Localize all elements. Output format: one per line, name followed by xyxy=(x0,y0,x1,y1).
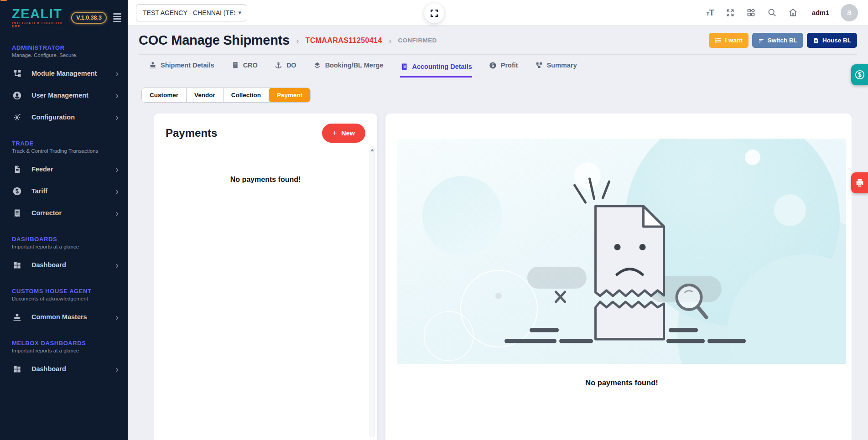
subtab-vendor[interactable]: Vendor xyxy=(187,88,223,102)
ship-icon xyxy=(12,312,22,322)
section-subtitle: Important reports at a glance xyxy=(0,243,128,249)
search-icon[interactable] xyxy=(767,8,777,17)
dashboard-icon xyxy=(12,260,22,270)
layers-icon xyxy=(313,61,322,69)
sidebar-item-dashboard-melbox[interactable]: Dashboard › xyxy=(0,358,128,380)
subtab-collection[interactable]: Collection xyxy=(223,88,269,102)
sidebar-item-feeder[interactable]: Feeder › xyxy=(0,158,128,180)
tab-shipment-details[interactable]: Shipment Details xyxy=(149,61,214,78)
logo-text: ZEALIT xyxy=(12,7,66,21)
scroll-up-icon xyxy=(370,149,374,151)
topbar: TEST AGENCY - CHENNAI (TEST- ... ▾ тT xyxy=(128,0,868,26)
charges-fab[interactable] xyxy=(851,64,868,85)
home-icon[interactable] xyxy=(788,8,798,17)
username: adm1 xyxy=(812,9,829,16)
i-want-button[interactable]: I want xyxy=(709,33,748,48)
agency-select[interactable]: TEST AGENCY - CHENNAI (TEST- ... ▾ xyxy=(136,4,246,21)
tab-booking-bl-merge[interactable]: Booking/BL Merge xyxy=(313,61,384,78)
tab-label: Accounting Details xyxy=(412,63,472,70)
switch-bl-button[interactable]: Switch BL xyxy=(752,33,803,48)
topbar-icons: тT adm1 a xyxy=(706,4,858,21)
dashboard-icon xyxy=(12,364,22,374)
subtab-customer[interactable]: Customer xyxy=(142,88,187,102)
print-fab[interactable] xyxy=(851,172,868,193)
fullscreen-expand-icon[interactable] xyxy=(725,8,735,17)
sidebar-item-tariff[interactable]: Tariff › xyxy=(0,180,128,202)
sidebar-item-label: Tariff xyxy=(31,187,115,195)
sidebar-item-label: Configuration xyxy=(31,114,115,121)
sidebar-item-label: Module Management xyxy=(31,70,115,77)
sidebar-item-common-masters[interactable]: Common Masters › xyxy=(0,306,128,328)
payments-list-panel: Payments + New No payments found! xyxy=(154,114,377,440)
sidebar-item-corrector[interactable]: Corrector › xyxy=(0,202,128,224)
fullscreen-toggle-button[interactable] xyxy=(424,3,444,23)
accounting-subtabs: Customer Vendor Collection Payment xyxy=(141,88,311,103)
app-logo[interactable]: ZEALIT INTEGRATED LOGISTIC ERP xyxy=(12,7,66,28)
house-bl-button[interactable]: House BL xyxy=(807,33,857,48)
payments-scrollbar[interactable] xyxy=(369,146,375,437)
logo-accent xyxy=(0,0,8,1)
avatar[interactable]: a xyxy=(841,4,858,21)
page-content: COC Manage Shipments › TCMAARAS11250414 … xyxy=(128,26,868,440)
gear-icon xyxy=(12,113,22,122)
menu-toggle-icon[interactable] xyxy=(113,13,121,22)
sad-document-icon xyxy=(475,160,758,352)
sidebar-item-user-management[interactable]: User Management › xyxy=(0,84,128,106)
section-title: MELBOX DASHBOARDS xyxy=(0,340,128,347)
bubble xyxy=(774,194,806,226)
shipment-code-link[interactable]: TCMAARAS11250414 xyxy=(305,36,382,45)
tab-summary[interactable]: Summary xyxy=(535,61,577,78)
lines-icon xyxy=(758,37,764,44)
tab-cro[interactable]: CRO xyxy=(231,61,258,78)
sidebar-item-dashboard[interactable]: Dashboard › xyxy=(0,254,128,276)
payment-detail-panel: No payments found! xyxy=(385,114,852,440)
sidebar-item-module-management[interactable]: Module Management › xyxy=(0,62,128,84)
version-badge: V.1.0.38.3 xyxy=(71,12,107,24)
sidebar-section-trade: TRADE Track & Control Trading Transactio… xyxy=(0,140,128,224)
sidebar-item-label: User Management xyxy=(31,92,115,99)
document-icon xyxy=(12,165,22,174)
tab-label: Summary xyxy=(547,62,577,69)
sitemap-icon xyxy=(535,61,543,69)
sidebar-section-dashboards: DASHBOARDS Important reports at a glance… xyxy=(0,236,128,276)
receipt-icon xyxy=(231,61,239,69)
status-badge: CONFIRMED xyxy=(398,37,437,44)
sidebar-item-label: Dashboard xyxy=(31,365,115,373)
detail-empty-message: No payments found! xyxy=(397,378,846,387)
chevron-right-icon: › xyxy=(115,186,119,196)
chevron-right-icon: › xyxy=(115,208,119,217)
printer-icon xyxy=(855,178,865,188)
sidebar-header: ZEALIT INTEGRATED LOGISTIC ERP V.1.0.38.… xyxy=(0,0,128,32)
sidebar-item-label: Feeder xyxy=(31,166,115,173)
button-label: New xyxy=(341,129,355,137)
apps-icon[interactable] xyxy=(746,8,756,17)
section-subtitle: Documents of acknowledgement xyxy=(0,295,128,301)
sidebar-item-label: Common Masters xyxy=(31,313,115,321)
sidebar-item-label: Dashboard xyxy=(31,261,115,269)
chevron-right-icon: › xyxy=(115,91,119,100)
tab-label: Booking/BL Merge xyxy=(325,62,384,69)
main-area: TEST AGENCY - CHENNAI (TEST- ... ▾ тT xyxy=(128,0,868,440)
chevron-right-icon: › xyxy=(115,113,119,122)
dollar-icon xyxy=(854,69,865,80)
subtab-payment[interactable]: Payment xyxy=(269,88,311,103)
button-label: Switch BL xyxy=(768,37,797,44)
chevron-right-icon: › xyxy=(115,364,119,373)
text-size-icon[interactable]: тT xyxy=(706,8,714,18)
fullscreen-corners-icon xyxy=(430,9,439,18)
section-title: CUSTOMS HOUSE AGENT xyxy=(0,288,128,295)
sidebar: ZEALIT INTEGRATED LOGISTIC ERP V.1.0.38.… xyxy=(0,0,128,440)
app-root: ZEALIT INTEGRATED LOGISTIC ERP V.1.0.38.… xyxy=(0,0,868,440)
sidebar-item-configuration[interactable]: Configuration › xyxy=(0,106,128,128)
chevron-right-icon: › xyxy=(115,312,119,321)
page-title: COC Manage Shipments xyxy=(139,33,290,48)
new-payment-button[interactable]: + New xyxy=(322,124,365,143)
tab-profit[interactable]: Profit xyxy=(489,61,518,78)
user-icon xyxy=(12,91,22,100)
tab-label: DO xyxy=(286,62,296,69)
tab-accounting-details[interactable]: Accounting Details xyxy=(400,62,472,78)
sidebar-section-administrator: ADMINISTRATOR Manage. Configure. Secure.… xyxy=(0,44,128,128)
chevron-right-icon: › xyxy=(115,69,119,78)
empty-state-illustration xyxy=(397,139,846,364)
tab-do[interactable]: DO xyxy=(275,61,296,78)
